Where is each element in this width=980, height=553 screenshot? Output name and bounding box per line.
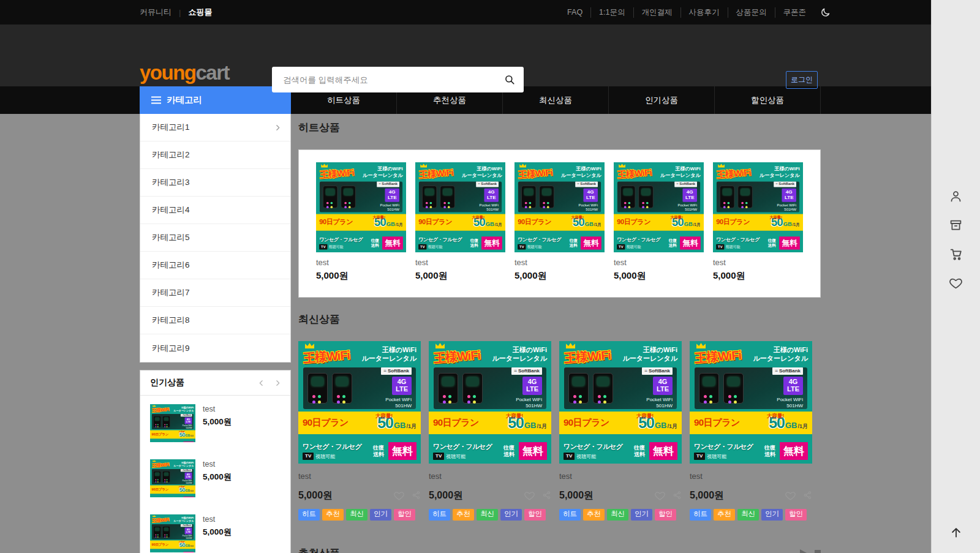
topbar-link-community[interactable]: 커뮤니티	[140, 7, 172, 18]
share-button[interactable]	[803, 491, 812, 501]
recommended-section-header: 추천상품	[298, 546, 821, 553]
heart-icon	[785, 491, 796, 501]
capacity-flag: 大容量!	[670, 215, 683, 220]
ad-top: 王様WiFi 王様のWiFiルーターレンタル	[298, 341, 421, 365]
product-ad-image: 王様WiFi 王様のWiFiルーターレンタル =SoftBank 4GLTE P…	[690, 341, 812, 464]
popular-prev-button[interactable]	[257, 379, 265, 387]
product-price: 5,000원	[690, 489, 724, 502]
ad-top: 王様WiFi 王様のWiFiルーターレンタル	[150, 514, 195, 523]
device-line1: Pocket WiFi	[480, 203, 499, 208]
tv-line: TV視聴可能	[319, 244, 363, 250]
wishlist-button[interactable]	[655, 491, 665, 501]
category-menu-button[interactable]: 카테고리	[140, 86, 291, 114]
product-price: 5,000원	[713, 270, 803, 282]
popular-next-button[interactable]	[274, 379, 282, 387]
product-thumbnail[interactable]: 王様WiFi 王様のWiFiルーターレンタル =SoftBank 4GLTE P…	[150, 404, 195, 442]
category-label: 카테고리7	[152, 287, 190, 298]
product-card[interactable]: 王様WiFi 王様のWiFiルーターレンタル =SoftBank 4GLTE P…	[415, 162, 505, 282]
scroll-top-button[interactable]	[950, 526, 962, 538]
product-thumbnail[interactable]: 王様WiFi 王様のWiFiルーターレンタル =SoftBank 4GLTE P…	[150, 514, 195, 552]
nav-item[interactable]: 할인상품	[714, 86, 820, 114]
product-card[interactable]: 王様WiFi 王様のWiFiルーターレンタル =SoftBank 4GLTE P…	[559, 341, 682, 521]
topbar-link-shop[interactable]: 쇼핑몰	[188, 7, 212, 18]
viewable-text: 視聴可能	[576, 453, 596, 460]
product-card[interactable]: 王様WiFi 王様のWiFiルーターレンタル =SoftBank 4GLTE P…	[514, 162, 605, 282]
capacity-flag: 大容量!	[375, 413, 393, 420]
product-card[interactable]: 王様WiFi 王様のWiFiルーターレンタル =SoftBank 4GLTE P…	[298, 341, 421, 521]
capacity-unit: GB	[684, 221, 693, 228]
wishlist-button[interactable]	[785, 491, 796, 501]
product-ad-image: 王様WiFi 王様のWiFiルーターレンタル =SoftBank 4GLTE P…	[614, 162, 704, 252]
topbar-link[interactable]: 사용후기	[680, 7, 728, 18]
orders-button[interactable]	[949, 219, 962, 231]
ad-tagline: 王様のWiFiルーターレンタル	[561, 165, 601, 180]
device-line1: Pocket WiFi	[385, 397, 412, 402]
wishlist-button[interactable]	[394, 491, 404, 501]
slider-stop-button[interactable]	[815, 550, 821, 553]
topbar-link[interactable]: 1:1문의	[590, 7, 633, 18]
device-line2: 501HW	[387, 208, 399, 212]
sidebar-item-category[interactable]: 카테고리1	[140, 114, 290, 141]
sidebar-item-category[interactable]: 카테고리4	[140, 197, 290, 224]
popular-product[interactable]: 王様WiFi 王様のWiFiルーターレンタル =SoftBank 4GLTE P…	[140, 396, 290, 451]
product-image[interactable]: 王様WiFi 王様のWiFiルーターレンタル =SoftBank 4GLTE P…	[614, 162, 704, 252]
sidebar-item-category[interactable]: 카테고리3	[140, 169, 290, 197]
ad-side-labels: =SoftBank 4GLTE Pocket WiFi501HW	[381, 367, 412, 408]
product-card[interactable]: 王様WiFi 王様のWiFiルーターレンタル =SoftBank 4GLTE P…	[713, 162, 803, 282]
product-card[interactable]: 王様WiFi 王様のWiFiルーターレンタル =SoftBank 4GLTE P…	[690, 341, 812, 521]
product-card[interactable]: 王様WiFi 王様のWiFiルーターレンタル =SoftBank 4GLTE P…	[429, 341, 551, 521]
shipping-text: 往復送料	[502, 445, 516, 457]
sidebar-item-category[interactable]: 카테고리2	[140, 141, 290, 169]
site-logo[interactable]: youngcart	[140, 62, 229, 83]
tv-chip: TV	[319, 244, 327, 250]
capacity-unit: GB	[655, 421, 667, 430]
sidebar-item-category[interactable]: 카테고리6	[140, 252, 290, 279]
my-page-button[interactable]	[949, 190, 962, 203]
network-lte: LTE	[186, 531, 190, 533]
login-button[interactable]: 로그인	[786, 71, 818, 89]
topbar-link[interactable]: 상품문의	[728, 7, 775, 18]
capacity-flag: 大容量!	[769, 215, 782, 220]
topbar-link[interactable]: FAQ	[559, 8, 590, 17]
nav-item[interactable]: 인기상품	[608, 86, 714, 114]
sidebar-item-category[interactable]: 카테고리7	[140, 279, 290, 307]
product-image[interactable]: 王様WiFi 王様のWiFiルーターレンタル =SoftBank 4GLTE P…	[415, 162, 505, 252]
product-image[interactable]: 王様WiFi 王様のWiFiルーターレンタル =SoftBank 4GLTE P…	[316, 162, 406, 252]
product-name: test	[203, 460, 232, 468]
popular-product[interactable]: 王様WiFi 王様のWiFiルーターレンタル =SoftBank 4GLTE P…	[140, 451, 290, 506]
sidebar-item-category[interactable]: 카테고리5	[140, 224, 290, 252]
router-image	[154, 526, 161, 538]
cart-button[interactable]	[949, 247, 963, 261]
topbar-link[interactable]: 쿠폰존	[775, 7, 815, 18]
wishlist-button[interactable]	[524, 491, 535, 501]
product-card[interactable]: 王様WiFi 王様のWiFiルーターレンタル =SoftBank 4GLTE P…	[316, 162, 406, 282]
chevron-right-icon	[274, 124, 282, 132]
product-card[interactable]: 王様WiFi 王様のWiFiルーターレンタル =SoftBank 4GLTE P…	[614, 162, 704, 282]
topbar-link[interactable]: 개인결제	[633, 7, 680, 18]
wishlist-button[interactable]	[949, 277, 962, 290]
ad-photo-area: =SoftBank 4GLTE Pocket WiFi501HW	[518, 182, 601, 213]
product-image[interactable]: 王様WiFi 王様のWiFiルーターレンタル =SoftBank 4GLTE P…	[713, 162, 803, 252]
4g-lte-badge: 4GLTE	[583, 189, 597, 201]
search-input[interactable]	[272, 67, 496, 92]
sidebar-item-category[interactable]: 카테고리9	[140, 334, 290, 362]
share-button[interactable]	[412, 491, 421, 501]
share-button[interactable]	[542, 491, 551, 501]
ad-top: 王様WiFi 王様のWiFiルーターレンタル	[614, 162, 704, 180]
sidebar-item-category[interactable]: 카테고리8	[140, 307, 290, 334]
orders-icon	[949, 219, 962, 231]
product-thumbnail[interactable]: 王様WiFi 王様のWiFiルーターレンタル =SoftBank 4GLTE P…	[150, 459, 195, 497]
product-image[interactable]: 王様WiFi 王様のWiFiルーターレンタル =SoftBank 4GLTE P…	[429, 341, 551, 464]
search-button[interactable]	[496, 67, 524, 92]
product-image[interactable]: 王様WiFi 王様のWiFiルーターレンタル =SoftBank 4GLTE P…	[298, 341, 421, 464]
product-image[interactable]: 王様WiFi 王様のWiFiルーターレンタル =SoftBank 4GLTE P…	[514, 162, 605, 252]
quick-menu-icons	[932, 190, 980, 290]
share-button[interactable]	[673, 491, 682, 501]
popular-product[interactable]: 王様WiFi 王様のWiFiルーターレンタル =SoftBank 4GLTE P…	[140, 506, 290, 553]
slider-play-button[interactable]	[800, 549, 807, 553]
product-image[interactable]: 王様WiFi 王様のWiFiルーターレンタル =SoftBank 4GLTE P…	[690, 341, 812, 464]
product-image[interactable]: 王様WiFi 王様のWiFiルーターレンタル =SoftBank 4GLTE P…	[559, 341, 682, 464]
popular-product-info: test 5,000원	[203, 514, 232, 552]
dark-mode-toggle[interactable]	[820, 7, 831, 18]
share-icon	[803, 491, 812, 500]
